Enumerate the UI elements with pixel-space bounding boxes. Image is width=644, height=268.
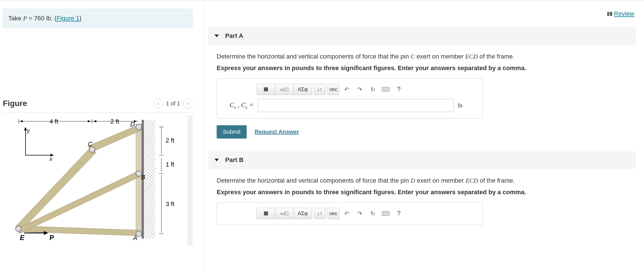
axis-x: x	[49, 156, 53, 162]
dim-2ft: 2 ft	[110, 118, 119, 125]
box-icon	[264, 87, 268, 91]
undo-button[interactable]: ↶	[341, 84, 352, 95]
part-b-header[interactable]: Part B	[208, 151, 636, 169]
node-C: C	[88, 141, 92, 148]
redo-button[interactable]: ↷	[354, 208, 365, 219]
subscript-button[interactable]: ↓↑	[314, 208, 326, 219]
svg-marker-25	[93, 120, 96, 122]
keyboard-icon	[382, 211, 389, 216]
force-P: P	[50, 234, 54, 241]
vector-button[interactable]: vec	[327, 208, 339, 219]
answer-input[interactable]	[258, 99, 454, 112]
text: )	[79, 15, 81, 22]
greek-button[interactable]: ΑΣφ	[294, 208, 312, 219]
vector-button[interactable]: vec	[327, 84, 339, 95]
svg-marker-17	[24, 127, 27, 130]
svg-point-11	[89, 147, 95, 152]
svg-marker-6	[18, 226, 139, 236]
figure-link[interactable]: Figure 1	[57, 15, 80, 22]
dim-3ft: 3 ft	[166, 200, 174, 208]
review-text: Review	[614, 10, 634, 18]
text: = 760 lb. (	[27, 15, 57, 22]
keyboard-icon	[382, 87, 389, 92]
problem-statement: Take P = 760 lb. (Figure 1)	[3, 9, 193, 28]
svg-point-13	[136, 171, 142, 176]
reset-button[interactable]: ↻	[367, 84, 378, 95]
part-b-title: Part B	[225, 156, 244, 164]
part-a-prompt: Determine the horizontal and vertical co…	[208, 45, 636, 73]
svg-marker-24	[88, 120, 91, 122]
node-A: A	[133, 234, 137, 241]
figure-image: ▴ ▾	[3, 116, 193, 246]
pager-text: 1 of 1	[166, 100, 180, 107]
submit-button[interactable]: Submit	[217, 125, 247, 139]
svg-marker-8	[88, 125, 141, 152]
help-button[interactable]: ?	[393, 84, 404, 95]
figure-title: Figure	[3, 99, 27, 108]
dim-1ft: 1 ft	[166, 161, 174, 168]
equation-toolbar: x√□ ΑΣφ ↓↑ vec ↶ ↷ ↻ ?	[257, 84, 477, 95]
collapse-icon	[214, 159, 219, 161]
review-link[interactable]: Review	[607, 10, 634, 18]
node-B: B	[141, 174, 145, 181]
variable-label: Cx , Cy =	[223, 101, 254, 110]
templates-button[interactable]	[257, 84, 275, 95]
subscript-button[interactable]: ↓↑	[314, 84, 326, 95]
help-button[interactable]: ?	[393, 208, 404, 219]
figure-pager: ‹ 1 of 1 ›	[153, 99, 193, 108]
redo-button[interactable]: ↷	[354, 84, 365, 95]
svg-point-10	[16, 226, 21, 232]
svg-marker-23	[20, 120, 23, 122]
part-a-title: Part A	[225, 32, 243, 40]
node-E: E	[20, 234, 25, 241]
reset-button[interactable]: ↻	[367, 208, 378, 219]
scroll-down-button[interactable]: ▾	[187, 241, 193, 246]
fraction-root-button[interactable]: x√□	[275, 208, 294, 219]
fraction-root-button[interactable]: x√□	[275, 84, 294, 95]
greek-button[interactable]: ΑΣφ	[294, 84, 312, 95]
scroll-up-button[interactable]: ▴	[187, 116, 193, 121]
templates-button[interactable]	[257, 208, 275, 219]
keyboard-button[interactable]	[380, 208, 391, 219]
svg-rect-1	[144, 120, 155, 239]
book-icon	[607, 12, 612, 16]
collapse-icon	[214, 34, 219, 37]
prev-figure-button[interactable]: ‹	[153, 99, 163, 108]
dim-4ft: 4 ft	[50, 118, 58, 125]
svg-rect-3	[136, 124, 142, 236]
undo-button[interactable]: ↶	[341, 208, 352, 219]
request-answer-link[interactable]: Request Answer	[255, 129, 299, 135]
svg-marker-7	[16, 147, 96, 232]
part-a-answer-box: x√□ ΑΣφ ↓↑ vec ↶ ↷ ↻ ? Cx , Cy = lb	[217, 78, 483, 118]
keyboard-button[interactable]	[380, 84, 391, 95]
part-b-answer-box: x√□ ΑΣφ ↓↑ vec ↶ ↷ ↻ ?	[217, 202, 483, 225]
part-a-header[interactable]: Part A	[208, 27, 636, 45]
equation-toolbar: x√□ ΑΣφ ↓↑ vec ↶ ↷ ↻ ?	[257, 208, 477, 219]
box-icon	[264, 211, 268, 215]
node-D: D	[130, 121, 135, 128]
next-figure-button[interactable]: ›	[183, 99, 193, 108]
axis-y: y	[26, 127, 30, 134]
dim-2ft-v: 2 ft	[166, 137, 174, 144]
text: Take	[8, 15, 23, 22]
variable-P: P	[23, 15, 27, 22]
svg-marker-9	[17, 171, 140, 234]
unit-label: lb	[458, 102, 462, 109]
part-b-prompt: Determine the horizontal and vertical co…	[208, 169, 636, 197]
svg-point-12	[136, 124, 142, 130]
